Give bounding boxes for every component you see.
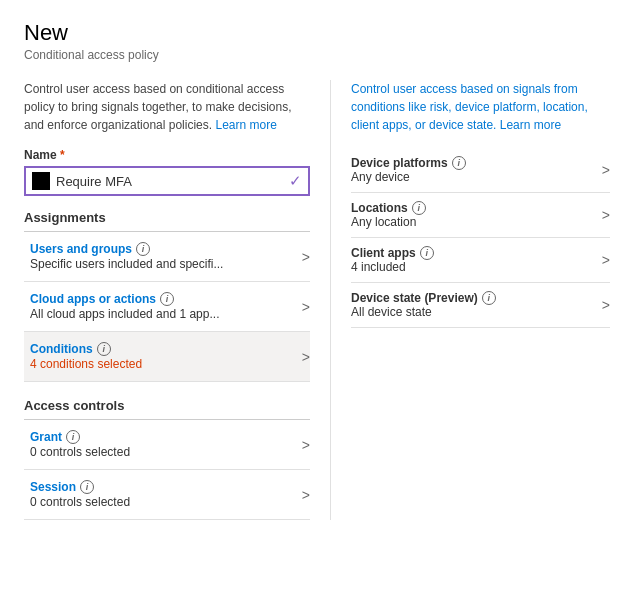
grant-content: Grant i 0 controls selected [30,430,294,459]
session-chevron: > [302,487,310,503]
locations-info-icon[interactable]: i [412,201,426,215]
users-groups-content: Users and groups i Specific users includ… [30,242,294,271]
page-title: New [24,20,610,46]
assignments-header: Assignments [24,210,310,232]
session-subtitle: 0 controls selected [30,495,294,509]
conditions-title: Conditions i [30,342,294,356]
client-apps-title: Client apps i [351,246,594,260]
session-title: Session i [30,480,294,494]
locations-chevron: > [602,207,610,223]
users-groups-title: Users and groups i [30,242,294,256]
right-column: Control user access based on signals fro… [330,80,610,520]
conditions-item[interactable]: Conditions i 4 conditions selected > [24,332,310,382]
required-marker: * [60,148,65,162]
right-learn-more-link[interactable]: Learn more [500,118,561,132]
session-item[interactable]: Session i 0 controls selected > [24,470,310,520]
client-apps-content: Client apps i 4 included [351,246,594,274]
device-platforms-content: Device platforms i Any device [351,156,594,184]
right-description: Control user access based on signals fro… [351,80,610,134]
device-platforms-item[interactable]: Device platforms i Any device > [351,148,610,193]
conditions-chevron: > [302,349,310,365]
users-groups-chevron: > [302,249,310,265]
device-state-info-icon[interactable]: i [482,291,496,305]
grant-subtitle: 0 controls selected [30,445,294,459]
name-input-value[interactable]: Require MFA [56,174,285,189]
conditions-subtitle: 4 conditions selected [30,357,294,371]
device-state-item[interactable]: Device state (Preview) i All device stat… [351,283,610,328]
name-input-checkmark: ✓ [289,172,302,190]
conditions-info-icon[interactable]: i [97,342,111,356]
name-label: Name * [24,148,310,162]
users-groups-info-icon[interactable]: i [136,242,150,256]
name-section: Name * Require MFA ✓ [24,148,310,196]
grant-chevron: > [302,437,310,453]
device-state-title: Device state (Preview) i [351,291,594,305]
access-controls-section: Access controls Grant i 0 controls selec… [24,398,310,520]
left-description: Control user access based on conditional… [24,80,310,134]
device-platforms-title: Device platforms i [351,156,594,170]
grant-item[interactable]: Grant i 0 controls selected > [24,420,310,470]
name-input-wrap[interactable]: Require MFA ✓ [24,166,310,196]
session-content: Session i 0 controls selected [30,480,294,509]
device-state-chevron: > [602,297,610,313]
name-input-cursor [32,172,50,190]
left-column: Control user access based on conditional… [24,80,310,520]
client-apps-info-icon[interactable]: i [420,246,434,260]
device-platforms-chevron: > [602,162,610,178]
locations-title: Locations i [351,201,594,215]
cloud-apps-info-icon[interactable]: i [160,292,174,306]
cloud-apps-content: Cloud apps or actions i All cloud apps i… [30,292,294,321]
users-groups-subtitle: Specific users included and specifi... [30,257,294,271]
cloud-apps-chevron: > [302,299,310,315]
locations-subtitle: Any location [351,215,594,229]
left-learn-more-link[interactable]: Learn more [215,118,276,132]
conditions-content: Conditions i 4 conditions selected [30,342,294,371]
access-controls-header: Access controls [24,398,310,420]
page-subtitle: Conditional access policy [24,48,610,62]
device-platforms-subtitle: Any device [351,170,594,184]
users-groups-item[interactable]: Users and groups i Specific users includ… [24,232,310,282]
session-info-icon[interactable]: i [80,480,94,494]
device-state-subtitle: All device state [351,305,594,319]
grant-info-icon[interactable]: i [66,430,80,444]
locations-item[interactable]: Locations i Any location > [351,193,610,238]
client-apps-item[interactable]: Client apps i 4 included > [351,238,610,283]
device-platforms-info-icon[interactable]: i [452,156,466,170]
locations-content: Locations i Any location [351,201,594,229]
client-apps-chevron: > [602,252,610,268]
cloud-apps-subtitle: All cloud apps included and 1 app... [30,307,294,321]
client-apps-subtitle: 4 included [351,260,594,274]
device-state-content: Device state (Preview) i All device stat… [351,291,594,319]
cloud-apps-title: Cloud apps or actions i [30,292,294,306]
cloud-apps-item[interactable]: Cloud apps or actions i All cloud apps i… [24,282,310,332]
grant-title: Grant i [30,430,294,444]
